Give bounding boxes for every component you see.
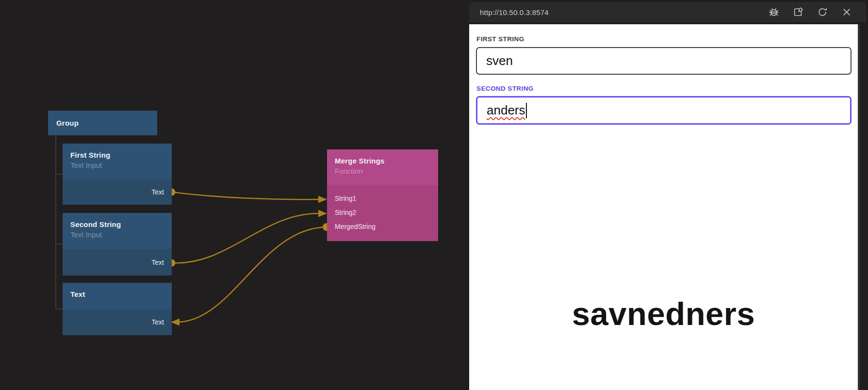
port-mergedstring[interactable]: MergedString	[327, 220, 438, 234]
node-merge-strings[interactable]: Merge Strings Function String1 String2 M…	[327, 149, 438, 241]
node-subtitle: Function	[335, 166, 430, 176]
node-title: First String	[70, 150, 164, 161]
merged-result-text: savnedners	[469, 295, 858, 333]
wire-first-to-string1	[172, 192, 320, 199]
refresh-icon[interactable]	[817, 6, 828, 18]
bug-icon[interactable]	[768, 6, 780, 18]
preview-topbar: http://10.50.0.3:8574	[469, 2, 866, 22]
text-caret	[526, 103, 527, 118]
first-string-value: sven	[486, 53, 513, 68]
first-string-label: FIRST STRING	[476, 35, 524, 43]
node-subtitle: Text Input	[70, 230, 164, 240]
port-text-input[interactable]: Text	[63, 315, 172, 329]
node-title: Group	[48, 111, 157, 135]
node-text[interactable]: Text Text	[63, 283, 172, 335]
second-string-value: anders	[487, 103, 525, 118]
second-string-input[interactable]: anders	[476, 96, 852, 125]
second-string-label: SECOND STRING	[476, 85, 534, 92]
node-second-string[interactable]: Second String Text Input Text	[63, 213, 172, 276]
close-icon[interactable]	[841, 6, 852, 18]
preview-content: FIRST STRING sven SECOND STRING anders s…	[469, 24, 860, 390]
port-text-output[interactable]: Text	[63, 185, 172, 199]
node-first-string[interactable]: First String Text Input Text	[63, 144, 172, 205]
node-subtitle: Text Input	[70, 161, 164, 170]
url-field[interactable]: http://10.50.0.3:8574	[469, 8, 549, 16]
arrowhead-string2	[318, 210, 327, 217]
port-string1[interactable]: String1	[327, 192, 438, 206]
open-preview-icon[interactable]	[792, 6, 804, 18]
wire-merged-to-text	[179, 227, 327, 322]
first-string-input[interactable]: sven	[476, 47, 852, 75]
node-title: Second String	[70, 219, 164, 230]
arrowhead-text-input	[171, 319, 180, 326]
port-text-output[interactable]: Text	[63, 256, 172, 270]
wire-second-to-string2	[172, 213, 318, 263]
arrowhead-string1	[318, 196, 327, 203]
topbar-icon-group	[768, 6, 866, 18]
node-title: Merge Strings	[335, 156, 430, 166]
node-title: Text	[70, 289, 164, 300]
tree-connector-lines	[56, 135, 63, 309]
node-group[interactable]: Group	[48, 111, 157, 135]
port-string2[interactable]: String2	[327, 206, 438, 220]
